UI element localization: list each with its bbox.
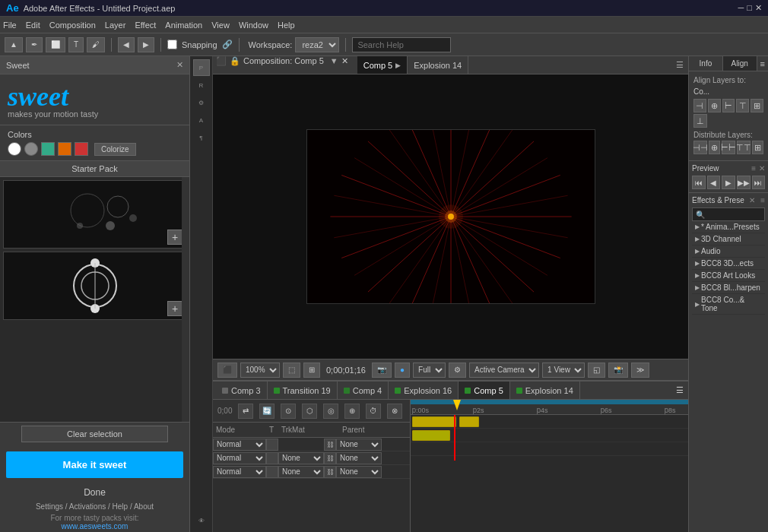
preset-add-btn-1[interactable]: +: [167, 230, 182, 245]
menu-window[interactable]: Window: [239, 21, 268, 30]
dist-top-btn[interactable]: ⊤⊤: [737, 141, 751, 154]
tl-tool-2[interactable]: 🔄: [259, 404, 275, 419]
swatch-white[interactable]: [8, 142, 21, 156]
align-right-btn[interactable]: ⊢: [722, 99, 735, 112]
help-link[interactable]: Help: [113, 502, 129, 511]
char-icon[interactable]: A: [193, 112, 210, 128]
workspace-select[interactable]: reza2: [295, 37, 339, 52]
preview-first-btn[interactable]: ⏮: [692, 176, 706, 189]
viewer-quality-select[interactable]: Full: [413, 363, 446, 378]
composition-viewer[interactable]: [213, 74, 688, 359]
tl-tab-explosion16[interactable]: Explosion 16: [389, 382, 459, 399]
align-left-btn[interactable]: ⊣: [693, 99, 706, 112]
clear-selection-button[interactable]: Clear selection: [21, 426, 168, 442]
tl-row3-trkmat[interactable]: None: [278, 466, 324, 478]
effects-item-5[interactable]: ▶ BCC8 Bl...harpen: [692, 282, 765, 294]
tl-row3-parent[interactable]: None: [336, 466, 382, 478]
right-tab-info[interactable]: Info: [689, 56, 723, 71]
menu-effect[interactable]: Effect: [135, 21, 156, 30]
align-center-v-btn[interactable]: ⊞: [751, 99, 763, 112]
swatch-orange[interactable]: [58, 142, 71, 156]
tool-select[interactable]: ▲: [5, 37, 23, 52]
tl-tool-1[interactable]: ⇄: [238, 404, 253, 419]
comp-dropdown-btn[interactable]: ▼: [330, 56, 338, 74]
tl-row2-t-btn[interactable]: [266, 452, 278, 464]
swatch-gray[interactable]: [24, 142, 38, 156]
effects-item-4[interactable]: ▶ BCC8 Art Looks: [692, 270, 765, 282]
tl-row1-parent[interactable]: None: [336, 439, 382, 451]
tl-row2-trkmat[interactable]: None: [278, 452, 324, 464]
tl-row3-mode[interactable]: Normal: [213, 466, 266, 478]
make-it-sweet-button[interactable]: Make it sweet: [6, 451, 183, 478]
snapping-checkbox[interactable]: [167, 40, 177, 49]
viewer-expand-btn[interactable]: ⊞: [303, 363, 320, 378]
preview-menu[interactable]: ≡: [751, 164, 756, 173]
tl-row1-t-btn[interactable]: [266, 439, 278, 451]
viewer-fit-btn[interactable]: ⬚: [283, 363, 300, 378]
effects-close[interactable]: ✕: [749, 196, 755, 204]
menu-edit[interactable]: Edit: [26, 21, 40, 30]
align-center-h-btn[interactable]: ⊕: [708, 99, 721, 112]
comp-tab-explosion14[interactable]: Explosion 14: [408, 56, 468, 74]
effects-item-1[interactable]: ▶ 3D Channel: [692, 233, 765, 245]
tool-arrow-left[interactable]: ◀: [118, 37, 135, 52]
menu-composition[interactable]: Composition: [49, 21, 96, 30]
tl-tab-comp5[interactable]: Comp 5: [459, 382, 510, 399]
viewer-settings-btn[interactable]: ⚙: [449, 363, 466, 378]
effects-item-3[interactable]: ▶ BCC8 3D...ects: [692, 258, 765, 270]
align-bottom-btn[interactable]: ⊥: [693, 114, 707, 128]
preset-add-btn-2[interactable]: +: [167, 301, 182, 316]
effects-search-input[interactable]: [692, 207, 765, 221]
preset-item-2[interactable]: +: [3, 252, 186, 320]
tl-tool-5[interactable]: ◎: [323, 404, 338, 419]
activations-link[interactable]: Activations: [69, 502, 106, 511]
effects-menu[interactable]: ≡: [760, 196, 765, 204]
tl-tool-6[interactable]: ⊕: [344, 404, 360, 419]
viewer-zoom-select[interactable]: 100%: [240, 363, 280, 378]
preview-close[interactable]: ✕: [759, 164, 765, 173]
viewer-color-btn[interactable]: ●: [395, 363, 410, 378]
render-icon[interactable]: R: [193, 77, 210, 93]
menu-help[interactable]: Help: [278, 21, 295, 30]
maximize-btn[interactable]: □: [747, 3, 752, 13]
tl-tool-7[interactable]: ⏱: [366, 404, 381, 419]
tool-brush[interactable]: 🖌: [87, 37, 105, 52]
tl-row2-chain-icon[interactable]: ⛓: [324, 452, 336, 464]
menu-layer[interactable]: Layer: [105, 21, 126, 30]
viewer-grid-btn[interactable]: ⬛: [217, 363, 237, 378]
preset-item-1[interactable]: +: [3, 180, 186, 249]
search-input[interactable]: [352, 37, 451, 52]
presets-scrollbar[interactable]: [182, 177, 189, 422]
tl-row3-t-btn[interactable]: [266, 466, 278, 478]
playhead-marker[interactable]: [453, 400, 461, 410]
tool-shape[interactable]: ⬜: [46, 37, 65, 52]
track-bar-1a[interactable]: [412, 416, 456, 427]
effects-item-2[interactable]: ▶ Audio: [692, 245, 765, 258]
tl-row1-mode[interactable]: Normal: [213, 439, 266, 451]
sweet-close-btn[interactable]: ✕: [176, 60, 183, 70]
viewer-camera-btn[interactable]: 📷: [372, 363, 392, 378]
close-btn[interactable]: ✕: [755, 3, 762, 13]
comp-menu-icon[interactable]: ☰: [671, 56, 688, 74]
preview-prev-btn[interactable]: ◀: [707, 176, 721, 189]
comp-tab-comp5[interactable]: Comp 5 ▶: [357, 56, 408, 74]
menu-view[interactable]: View: [211, 21, 230, 30]
swatch-green[interactable]: [41, 142, 55, 156]
timeline-menu[interactable]: ☰: [671, 382, 688, 399]
dist-right-btn[interactable]: ⊢⊢: [722, 141, 735, 154]
tool-type[interactable]: T: [68, 37, 84, 52]
dist-center-v-btn[interactable]: ⊞: [752, 141, 763, 154]
tool-pen[interactable]: ✒: [26, 37, 43, 52]
viewer-overlay-btn[interactable]: ◱: [588, 363, 605, 378]
tl-row3-chain-icon[interactable]: ⛓: [324, 466, 336, 478]
tl-row1-chain-icon[interactable]: ⛓: [324, 439, 336, 451]
viewer-camera-select[interactable]: Active Camera: [469, 363, 539, 378]
project-icon[interactable]: P: [193, 59, 210, 76]
comp-close-btn[interactable]: ✕: [341, 56, 348, 74]
viewer-more-btn[interactable]: ≫: [631, 363, 649, 378]
colorize-button[interactable]: Colorize: [94, 143, 136, 156]
tl-row2-mode[interactable]: Normal: [213, 452, 266, 464]
tools-icon[interactable]: ⚙: [193, 94, 210, 111]
dist-center-h-btn[interactable]: ⊕: [709, 141, 720, 154]
track-bar-2a[interactable]: [412, 430, 450, 441]
